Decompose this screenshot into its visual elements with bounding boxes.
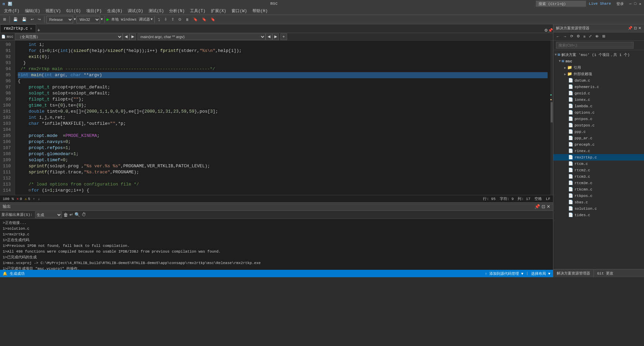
scope-dropdown[interactable]: （全局范围）	[15, 33, 123, 40]
file-postpos[interactable]: 📄 postpos.c	[553, 122, 644, 128]
new-btn[interactable]: ⊞	[1, 16, 8, 23]
menu-tools[interactable]: 工具(T)	[187, 7, 208, 15]
menu-help[interactable]: 帮助(H)	[250, 7, 271, 15]
rp-sync-btn[interactable]: ⟳	[569, 33, 575, 39]
rp-view-btn[interactable]: 👁	[594, 34, 600, 39]
code-view[interactable]: 90 91 92 93 94 95 96 97 98 99 100 101 10…	[0, 40, 553, 195]
file-options[interactable]: 📄 options.c	[553, 109, 644, 116]
output-clear-btn[interactable]: 🗑	[63, 212, 68, 218]
editor-settings-btn[interactable]: ⚙	[544, 28, 548, 33]
zoom-level[interactable]: 100 %	[3, 197, 14, 201]
step-over-btn[interactable]: ⤵	[156, 16, 162, 23]
menu-debug[interactable]: 调试(D)	[125, 7, 146, 15]
source-select[interactable]: 生成	[35, 211, 62, 218]
project-msc[interactable]: ▼ ⊞ msc	[553, 58, 644, 64]
nav-dropdown[interactable]: main(int argc, char ** argv)	[137, 33, 266, 40]
tree-external-deps[interactable]: ▶ 📁 外部依赖项	[553, 71, 644, 77]
live-share-btn[interactable]: Live Share	[589, 2, 611, 6]
login-btn[interactable]: 登录	[616, 1, 624, 6]
nav-prev-btn[interactable]: ◀	[266, 33, 272, 40]
file-rtcm[interactable]: 📄 rtcm.c	[553, 161, 644, 167]
menu-build[interactable]: 生成(B)	[104, 7, 125, 15]
menu-project[interactable]: 项目(P)	[84, 7, 104, 15]
editor-pin-btn[interactable]: 📌	[548, 28, 553, 33]
file-datum[interactable]: 📄 datum.c	[553, 77, 644, 84]
mini-scrollbar[interactable]	[550, 40, 553, 195]
output-wrap-btn[interactable]: ↵	[69, 212, 73, 217]
file-sbas[interactable]: 📄 sbas.c	[553, 199, 644, 205]
git-changes-tab[interactable]: Git 更改	[594, 269, 617, 277]
file-rtkpos[interactable]: 📄 rtkpos.c	[553, 193, 644, 199]
scope-next-btn[interactable]: ▶	[129, 33, 136, 40]
file-rtcm3e[interactable]: 📄 rtcm3e.c	[553, 180, 644, 186]
menu-view[interactable]: 视图(V)	[43, 7, 64, 15]
file-rinex[interactable]: 📄 rinex.c	[553, 148, 644, 154]
step-out-btn[interactable]: ⇧	[170, 16, 176, 23]
rp-back-btn[interactable]: ←	[555, 34, 561, 39]
minimize-btn[interactable]: —	[629, 2, 632, 6]
file-preceph[interactable]: 📄 preceph.c	[553, 141, 644, 148]
bookmark3-btn[interactable]: 🔖	[209, 16, 217, 23]
file-rtcm3[interactable]: 📄 rtcm3.c	[553, 173, 644, 180]
tab-rmx2rtkp[interactable]: rmx2rtkp.c ✕	[0, 24, 36, 33]
rp-pin-btn[interactable]: 📌	[628, 26, 633, 30]
up-nav[interactable]: ↑	[33, 197, 35, 201]
code-content[interactable]: int i; for (i=0;i<(int)(sizeof(help)/siz…	[15, 40, 550, 195]
rp-close-btn[interactable]: ✕	[638, 26, 641, 30]
bookmark2-btn[interactable]: 🔖	[200, 16, 208, 23]
config-dropdown[interactable]: Release	[46, 16, 73, 23]
file-lambda[interactable]: 📄 lambda.c	[553, 103, 644, 109]
output-find-btn[interactable]: 🔍	[74, 212, 80, 217]
menu-edit[interactable]: 编辑(E)	[22, 7, 43, 15]
run-btn[interactable]: ▶	[106, 17, 109, 22]
pause-btn[interactable]: ⏸	[184, 16, 191, 23]
file-ionex[interactable]: 📄 ionex.c	[553, 96, 644, 103]
file-tides[interactable]: 📄 tides.c	[553, 212, 644, 218]
rp-settings-btn[interactable]: ⚙	[575, 33, 581, 39]
scope-prev-btn[interactable]: ◀	[123, 33, 129, 40]
bookmark1-btn[interactable]: 🔖	[191, 16, 200, 23]
undo-btn[interactable]: ↩	[29, 16, 35, 23]
output-float-btn[interactable]: ⊡	[542, 204, 545, 209]
rp-float-btn[interactable]: ⊡	[634, 26, 637, 30]
add-nav-btn[interactable]: +	[280, 33, 287, 40]
menu-file[interactable]: 文件(F)	[1, 7, 22, 15]
close-btn[interactable]: ✕	[639, 2, 641, 6]
platform-dropdown[interactable]: Win32	[76, 16, 100, 23]
search-box-title[interactable]: 搜索 (Ctrl+Q)	[536, 1, 586, 7]
output-pin-btn[interactable]: 📌	[534, 204, 540, 209]
debug-arrow[interactable]: ▼	[151, 18, 153, 21]
breakpoint-btn[interactable]: ⊙	[177, 16, 183, 23]
add-tab-btn[interactable]: +	[37, 27, 40, 33]
select-layout-btn[interactable]: 选择布局 ▼	[531, 271, 550, 276]
step-into-btn[interactable]: ⇩	[162, 16, 169, 23]
menu-git[interactable]: Git(G)	[64, 8, 84, 14]
file-rtcm2[interactable]: 📄 rtcm2.c	[553, 167, 644, 173]
rp-git-btn[interactable]: ⊞	[601, 33, 607, 39]
menu-extensions[interactable]: 扩展(X)	[208, 7, 229, 15]
output-content[interactable]: >正在链接... 1>solution.c 1>rmx2rtkp.c 1>正在生…	[0, 219, 553, 270]
nav-next-btn[interactable]: ▶	[272, 33, 279, 40]
output-sync-btn[interactable]: ⏱	[82, 212, 86, 217]
rp-filter-btn[interactable]: ≡	[582, 34, 587, 39]
down-nav[interactable]: ↓	[38, 197, 40, 201]
collapse-114[interactable]: ⊟	[29, 188, 31, 194]
output-close-btn[interactable]: ✕	[547, 204, 550, 209]
menu-analyze[interactable]: 分析(N)	[166, 7, 187, 15]
solution-root[interactable]: ▼ ⊞ 解决方案 'msc' (1 个项目，共 1 个)	[553, 52, 644, 58]
save-btn[interactable]: 💾	[20, 16, 28, 23]
collapse-95[interactable]: ⊟	[18, 72, 20, 78]
save-all-btn[interactable]: 💾	[11, 16, 20, 23]
maximize-btn[interactable]: □	[634, 2, 637, 6]
rp-expand-btn[interactable]: ⤢	[587, 33, 593, 39]
file-ppp[interactable]: 📄 ppp.c	[553, 128, 644, 135]
tree-references[interactable]: ▶ 📁 引用	[553, 64, 644, 71]
rp-forward-btn[interactable]: →	[562, 34, 568, 39]
redo-btn[interactable]: ↪	[36, 16, 42, 23]
add-source-control-btn[interactable]: ↑ 添加到源代码管理 ▼	[485, 271, 523, 276]
menu-test[interactable]: 测试(S)	[146, 7, 167, 15]
tab-close-btn[interactable]: ✕	[30, 26, 32, 31]
file-solution[interactable]: 📄 solution.c	[553, 205, 644, 212]
solution-search-input[interactable]	[556, 42, 634, 49]
file-rmx2rtkp[interactable]: 📄 rmx2rtkp.c	[553, 154, 644, 161]
